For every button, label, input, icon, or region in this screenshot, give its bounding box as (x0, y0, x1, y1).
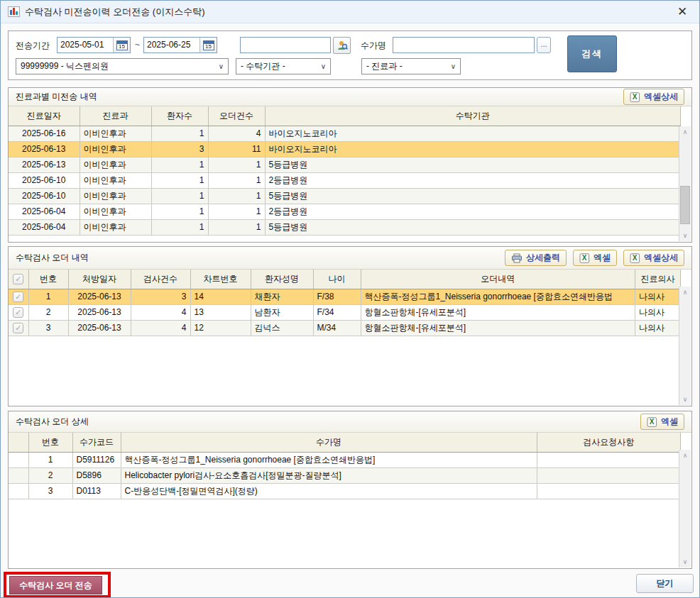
cell: 3 (28, 483, 72, 499)
excel-detail-button[interactable]: X 엑셀상세 (623, 89, 684, 105)
table-row[interactable]: ✓32025-06-13412김넉스M/34항혈소판항체-[유세포분석]나의사 (9, 320, 681, 336)
checkbox[interactable]: ✓ (13, 292, 23, 302)
column-header: 수가명 (121, 433, 537, 452)
cell: F/38 (313, 289, 361, 304)
table-row[interactable]: 2D5896Helicobacter pylori검사-요소호흡검사[정밀분광-… (9, 467, 681, 483)
table-row[interactable]: 1D5911126핵산증폭-정성그룹1_Neisseria gonorrhoea… (9, 452, 681, 467)
grid-header-row: 번호수가코드수가명검사요청사항 (9, 433, 681, 452)
tilde-separator: ~ (135, 40, 140, 50)
cell: 2025-06-13 (9, 157, 80, 172)
svg-text:X: X (633, 254, 638, 262)
scrollbar-vertical[interactable]: ∧ ∨ (679, 126, 691, 241)
price-name-input[interactable] (393, 37, 535, 53)
cell: 바이오지노코리아 (265, 126, 681, 141)
search-button[interactable]: 검색 (567, 35, 617, 72)
scrollbar-thumb[interactable] (680, 186, 690, 224)
dept-select[interactable]: - 진료과 - ∨ (361, 58, 461, 74)
table-row[interactable]: 2025-06-16이비인후과14바이오지노코리아 (9, 126, 681, 141)
row-checkbox-cell[interactable]: ✓ (9, 320, 28, 336)
cell: 4 (131, 304, 190, 320)
scroll-down-icon[interactable]: ∨ (679, 394, 691, 405)
date-to-value: 2025-06-25 (144, 38, 199, 52)
scroll-up-icon[interactable]: ∧ (679, 450, 691, 461)
section3-title: 수탁검사 오더 상세 (16, 416, 89, 428)
cell: 이비인후과 (80, 157, 151, 172)
row-indicator (9, 452, 28, 467)
table-row[interactable]: 2025-06-13이비인후과311바이오지노코리아 (9, 141, 681, 157)
table-row[interactable]: ✓22025-06-13413남환자F/34항혈소판항체-[유세포분석]나의사 (9, 304, 681, 320)
table-row[interactable]: 2025-06-10이비인후과115등급병원 (9, 188, 681, 204)
price-name-lookup-button[interactable]: ... (537, 37, 551, 53)
close-icon[interactable]: ✕ (672, 2, 692, 22)
grid-header-row: 진료일자진료과환자수오더건수수탁기관 (9, 106, 681, 126)
scroll-up-icon[interactable]: ∧ (679, 287, 691, 298)
cell: 2등급병원 (265, 204, 681, 219)
calendar-icon[interactable]: 15 (113, 38, 130, 52)
excel-button[interactable]: X 엑셀 (573, 250, 617, 266)
select-all-checkbox-cell[interactable]: ✓ (9, 270, 28, 289)
detail-grid: 번호수가코드수가명검사요청사항 1D5911126핵산증폭-정성그룹1_Neis… (9, 433, 691, 568)
scroll-up-icon[interactable]: ∧ (679, 126, 691, 138)
cell: 5등급병원 (265, 157, 681, 172)
order-detail-section: 수탁검사 오더 상세 X 엑셀 번호수가코드수가명검사요청사항 1D591112… (8, 411, 692, 569)
checkbox[interactable]: ✓ (13, 274, 23, 284)
table-row[interactable]: 2025-06-10이비인후과112등급병원 (9, 172, 681, 188)
cell (537, 452, 681, 467)
cell (537, 483, 681, 499)
clinic-select[interactable]: 99999999 - 닉스펜의원 ∨ (16, 58, 229, 74)
cell: 1 (151, 126, 208, 141)
row-checkbox-cell[interactable]: ✓ (9, 304, 28, 320)
clinic-select-value: 99999999 - 닉스펜의원 (21, 60, 109, 72)
excel-button[interactable]: X 엑셀 (640, 414, 684, 430)
person-search-button[interactable] (333, 37, 351, 54)
cell: 항혈소판항체-[유세포분석] (361, 320, 635, 336)
checkbox[interactable]: ✓ (13, 323, 23, 333)
cell: 이비인후과 (80, 126, 151, 141)
scrollbar-vertical[interactable]: ∧ ∨ (679, 287, 691, 405)
cell: 김넉스 (251, 320, 313, 336)
cell: 1 (208, 172, 265, 188)
scroll-down-icon[interactable]: ∨ (679, 230, 691, 241)
column-header: 나이 (313, 270, 361, 289)
table-row[interactable]: 2025-06-13이비인후과115등급병원 (9, 157, 681, 172)
cell: 이비인후과 (80, 188, 151, 204)
price-name-label: 수가명 (361, 40, 386, 52)
column-header: 검사요청사항 (537, 433, 681, 452)
calendar-icon[interactable]: 15 (199, 38, 217, 52)
column-header: 번호 (28, 270, 68, 289)
cell: 3 (151, 141, 208, 157)
date-to-input[interactable]: 2025-06-25 15 (143, 37, 217, 53)
print-detail-button[interactable]: 상세출력 (505, 250, 567, 266)
untransmitted-by-dept-section: 진료과별 미전송 내역 X 엑셀상세 진료일자진료과환자수오더건수수탁기관 20… (8, 87, 692, 243)
section2-title: 수탁검사 오더 내역 (16, 252, 89, 264)
cell: 바이오지노코리아 (265, 141, 681, 157)
excel-detail-button[interactable]: X 엑셀상세 (623, 250, 684, 266)
table-row[interactable]: 3D0113C-반응성단백-[정밀면역검사](정량) (9, 483, 681, 499)
agency-select-value: - 수탁기관 - (241, 60, 285, 72)
row-checkbox-cell[interactable]: ✓ (9, 289, 28, 304)
scroll-down-icon[interactable]: ∨ (679, 556, 691, 567)
dept-select-value: - 진료과 - (366, 60, 403, 72)
table-row[interactable]: 2025-06-04이비인후과115등급병원 (9, 219, 681, 235)
table-row[interactable]: ✓12025-06-13314채환자F/38핵산증폭-정성그룹1_Neisser… (9, 289, 681, 304)
date-from-input[interactable]: 2025-05-01 15 (57, 37, 131, 53)
checkbox[interactable]: ✓ (13, 307, 23, 318)
chevron-down-icon: ∨ (321, 62, 326, 70)
printer-icon (511, 253, 523, 263)
cell: 1 (28, 452, 72, 467)
section1-title-bar: 진료과별 미전송 내역 X 엑셀상세 (9, 88, 691, 106)
dialog-window: 수탁검사 미전송이력 오더전송 (이지스수탁) ✕ 전송기간 2025-05-0… (0, 0, 700, 598)
agency-select[interactable]: - 수탁기관 - ∨ (236, 58, 331, 74)
patient-search-input[interactable] (240, 37, 331, 53)
cell: 2 (28, 304, 68, 320)
send-order-button[interactable]: 수탁검사 오더 전송 (9, 576, 102, 594)
cell: C-반응성단백-[정밀면역검사](정량) (121, 483, 537, 499)
close-button[interactable]: 닫기 (636, 574, 694, 593)
scrollbar-vertical[interactable]: ∧ ∨ (679, 450, 691, 567)
cell: 2등급병원 (265, 172, 681, 188)
cell: 2025-06-13 (9, 141, 80, 157)
cell: 2025-06-13 (68, 289, 131, 304)
table-row[interactable]: 2025-06-04이비인후과112등급병원 (9, 204, 681, 219)
cell: 1 (28, 289, 68, 304)
cell: 4 (208, 126, 265, 141)
